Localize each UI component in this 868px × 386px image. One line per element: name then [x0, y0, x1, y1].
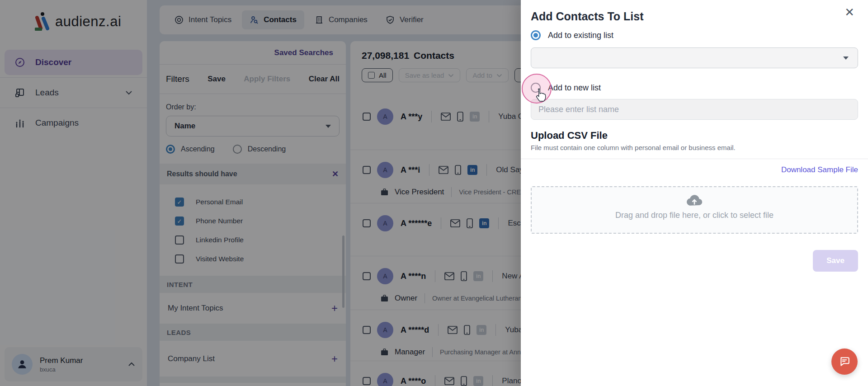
- add-contacts-modal: ✕ Add Contacts To List Add to existing l…: [521, 0, 868, 386]
- dropzone-text: Drag and drop file here, or click to sel…: [615, 211, 774, 220]
- list-name-input[interactable]: [531, 99, 858, 120]
- caret-down-icon: [843, 56, 849, 60]
- modal-title: Add Contacts To List: [531, 0, 858, 23]
- chat-launcher-button[interactable]: [831, 348, 858, 375]
- new-list-label: Add to new list: [548, 83, 601, 93]
- divider: [521, 159, 868, 159]
- existing-list-label: Add to existing list: [548, 31, 613, 40]
- download-sample-link[interactable]: Download Sample File: [781, 165, 858, 174]
- add-to-new-option[interactable]: Add to new list: [531, 83, 858, 93]
- close-icon[interactable]: ✕: [844, 6, 854, 18]
- save-button[interactable]: Save: [813, 250, 858, 272]
- chat-bubble-icon: [839, 356, 850, 367]
- upload-csv-subtitle: File must contain one column with person…: [531, 144, 858, 151]
- modal-backdrop[interactable]: [0, 0, 521, 386]
- mouse-cursor: [535, 88, 547, 102]
- file-dropzone[interactable]: Drag and drop file here, or click to sel…: [531, 186, 858, 234]
- existing-list-select[interactable]: [531, 47, 858, 68]
- add-to-existing-option[interactable]: Add to existing list: [531, 30, 858, 40]
- new-list-radio[interactable]: [531, 83, 541, 93]
- upload-csv-title: Upload CSV File: [531, 130, 858, 141]
- upload-cloud-icon: [686, 193, 703, 206]
- existing-list-radio[interactable]: [531, 30, 541, 40]
